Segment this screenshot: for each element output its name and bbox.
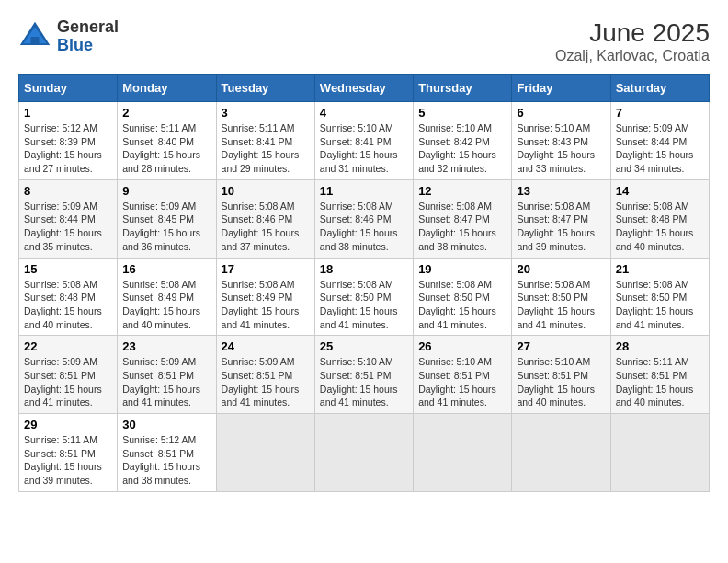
day-number: 19 (418, 262, 506, 276)
calendar-cell (610, 414, 709, 492)
day-info: Sunrise: 5:08 AM Sunset: 8:50 PM Dayligh… (616, 278, 704, 332)
calendar-cell: 22Sunrise: 5:09 AM Sunset: 8:51 PM Dayli… (19, 336, 118, 414)
day-info: Sunrise: 5:08 AM Sunset: 8:47 PM Dayligh… (517, 200, 605, 254)
calendar-cell: 20Sunrise: 5:08 AM Sunset: 8:50 PM Dayli… (512, 258, 610, 336)
logo-blue-text: Blue (57, 36, 93, 54)
calendar-cell: 1Sunrise: 5:12 AM Sunset: 8:39 PM Daylig… (19, 102, 118, 180)
calendar-cell: 4Sunrise: 5:10 AM Sunset: 8:41 PM Daylig… (314, 102, 413, 180)
calendar-cell: 7Sunrise: 5:09 AM Sunset: 8:44 PM Daylig… (610, 102, 709, 180)
day-number: 18 (320, 262, 408, 276)
day-number: 23 (122, 339, 210, 353)
header-friday: Friday (512, 75, 610, 102)
svg-rect-2 (31, 37, 40, 45)
week-row-4: 22Sunrise: 5:09 AM Sunset: 8:51 PM Dayli… (19, 336, 710, 414)
day-info: Sunrise: 5:12 AM Sunset: 8:39 PM Dayligh… (24, 121, 112, 176)
day-info: Sunrise: 5:08 AM Sunset: 8:46 PM Dayligh… (320, 200, 408, 254)
header-tuesday: Tuesday (216, 75, 314, 102)
day-info: Sunrise: 5:09 AM Sunset: 8:51 PM Dayligh… (122, 355, 210, 409)
page-header: General Blue June 2025 Ozalj, Karlovac, … (18, 18, 710, 64)
calendar-cell: 8Sunrise: 5:09 AM Sunset: 8:44 PM Daylig… (19, 179, 118, 258)
day-number: 30 (122, 418, 210, 431)
calendar-cell: 25Sunrise: 5:10 AM Sunset: 8:51 PM Dayli… (314, 336, 413, 414)
calendar-cell: 15Sunrise: 5:08 AM Sunset: 8:48 PM Dayli… (19, 258, 118, 336)
day-number: 5 (418, 106, 506, 120)
day-number: 24 (222, 339, 310, 353)
calendar-cell: 27Sunrise: 5:10 AM Sunset: 8:51 PM Dayli… (512, 336, 610, 414)
header-thursday: Thursday (414, 75, 512, 102)
calendar-cell: 19Sunrise: 5:08 AM Sunset: 8:50 PM Dayli… (414, 258, 512, 336)
day-number: 10 (222, 184, 310, 198)
logo: General Blue (18, 18, 119, 55)
calendar-table: SundayMondayTuesdayWednesdayThursdayFrid… (18, 74, 710, 492)
day-info: Sunrise: 5:10 AM Sunset: 8:51 PM Dayligh… (418, 355, 506, 409)
calendar-cell: 3Sunrise: 5:11 AM Sunset: 8:41 PM Daylig… (216, 102, 314, 180)
day-number: 16 (122, 262, 210, 276)
header-monday: Monday (118, 75, 216, 102)
calendar-cell: 30Sunrise: 5:12 AM Sunset: 8:51 PM Dayli… (118, 414, 216, 492)
calendar-cell (314, 414, 413, 492)
day-info: Sunrise: 5:11 AM Sunset: 8:40 PM Dayligh… (122, 121, 210, 176)
day-number: 2 (122, 106, 210, 120)
calendar-cell: 6Sunrise: 5:10 AM Sunset: 8:43 PM Daylig… (512, 102, 610, 180)
calendar-cell: 28Sunrise: 5:11 AM Sunset: 8:51 PM Dayli… (610, 336, 709, 414)
day-number: 11 (320, 184, 408, 198)
calendar-cell: 10Sunrise: 5:08 AM Sunset: 8:46 PM Dayli… (216, 179, 314, 258)
day-number: 8 (24, 184, 112, 198)
week-row-1: 1Sunrise: 5:12 AM Sunset: 8:39 PM Daylig… (19, 102, 710, 180)
day-number: 22 (24, 339, 112, 353)
calendar-cell (414, 414, 512, 492)
day-info: Sunrise: 5:10 AM Sunset: 8:51 PM Dayligh… (320, 355, 408, 409)
day-number: 14 (616, 184, 704, 198)
day-info: Sunrise: 5:11 AM Sunset: 8:51 PM Dayligh… (616, 355, 704, 409)
day-number: 13 (517, 184, 605, 198)
day-number: 28 (616, 339, 704, 353)
day-info: Sunrise: 5:08 AM Sunset: 8:50 PM Dayligh… (320, 278, 408, 332)
week-row-5: 29Sunrise: 5:11 AM Sunset: 8:51 PM Dayli… (19, 414, 710, 492)
calendar-cell: 21Sunrise: 5:08 AM Sunset: 8:50 PM Dayli… (610, 258, 709, 336)
day-number: 26 (418, 339, 506, 353)
day-info: Sunrise: 5:09 AM Sunset: 8:51 PM Dayligh… (24, 355, 112, 409)
day-number: 9 (122, 184, 210, 198)
header-wednesday: Wednesday (314, 75, 413, 102)
calendar-cell: 26Sunrise: 5:10 AM Sunset: 8:51 PM Dayli… (414, 336, 512, 414)
calendar-title: June 2025 (555, 18, 710, 48)
header-sunday: Sunday (19, 75, 118, 102)
calendar-cell: 14Sunrise: 5:08 AM Sunset: 8:48 PM Dayli… (610, 179, 709, 258)
day-number: 7 (616, 106, 704, 120)
calendar-cell: 23Sunrise: 5:09 AM Sunset: 8:51 PM Dayli… (118, 336, 216, 414)
day-number: 4 (320, 106, 408, 120)
calendar-cell (512, 414, 610, 492)
calendar-cell: 18Sunrise: 5:08 AM Sunset: 8:50 PM Dayli… (314, 258, 413, 336)
calendar-header: SundayMondayTuesdayWednesdayThursdayFrid… (19, 75, 710, 102)
logo-icon (18, 20, 51, 53)
day-info: Sunrise: 5:08 AM Sunset: 8:50 PM Dayligh… (418, 278, 506, 332)
day-info: Sunrise: 5:10 AM Sunset: 8:51 PM Dayligh… (517, 355, 605, 409)
day-number: 27 (517, 339, 605, 353)
day-info: Sunrise: 5:11 AM Sunset: 8:51 PM Dayligh… (24, 433, 112, 488)
day-number: 3 (222, 106, 310, 120)
day-info: Sunrise: 5:10 AM Sunset: 8:43 PM Dayligh… (517, 121, 605, 176)
calendar-subtitle: Ozalj, Karlovac, Croatia (555, 48, 710, 64)
title-block: June 2025 Ozalj, Karlovac, Croatia (555, 18, 710, 64)
day-info: Sunrise: 5:08 AM Sunset: 8:49 PM Dayligh… (222, 278, 310, 332)
day-number: 1 (24, 106, 112, 120)
calendar-cell: 11Sunrise: 5:08 AM Sunset: 8:46 PM Dayli… (314, 179, 413, 258)
calendar-cell: 5Sunrise: 5:10 AM Sunset: 8:42 PM Daylig… (414, 102, 512, 180)
logo-text: General Blue (57, 18, 119, 55)
day-info: Sunrise: 5:09 AM Sunset: 8:51 PM Dayligh… (222, 355, 310, 409)
day-info: Sunrise: 5:08 AM Sunset: 8:48 PM Dayligh… (24, 278, 112, 332)
calendar-cell: 24Sunrise: 5:09 AM Sunset: 8:51 PM Dayli… (216, 336, 314, 414)
day-info: Sunrise: 5:08 AM Sunset: 8:49 PM Dayligh… (122, 278, 210, 332)
day-info: Sunrise: 5:09 AM Sunset: 8:44 PM Dayligh… (24, 200, 112, 254)
day-number: 25 (320, 339, 408, 353)
day-info: Sunrise: 5:12 AM Sunset: 8:51 PM Dayligh… (122, 433, 210, 488)
day-number: 12 (418, 184, 506, 198)
day-info: Sunrise: 5:08 AM Sunset: 8:50 PM Dayligh… (517, 278, 605, 332)
week-row-3: 15Sunrise: 5:08 AM Sunset: 8:48 PM Dayli… (19, 258, 710, 336)
day-info: Sunrise: 5:10 AM Sunset: 8:42 PM Dayligh… (418, 121, 506, 176)
day-info: Sunrise: 5:09 AM Sunset: 8:44 PM Dayligh… (616, 121, 704, 176)
header-saturday: Saturday (610, 75, 709, 102)
day-info: Sunrise: 5:11 AM Sunset: 8:41 PM Dayligh… (222, 121, 310, 176)
calendar-cell: 29Sunrise: 5:11 AM Sunset: 8:51 PM Dayli… (19, 414, 118, 492)
calendar-cell: 13Sunrise: 5:08 AM Sunset: 8:47 PM Dayli… (512, 179, 610, 258)
